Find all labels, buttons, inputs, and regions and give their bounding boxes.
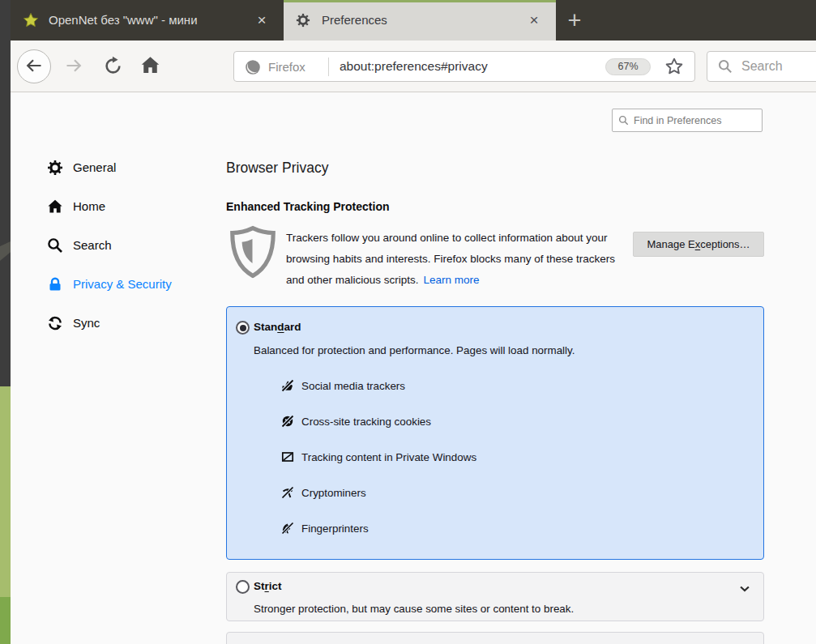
chevron-down-icon[interactable]	[740, 586, 750, 592]
blocked-item-cookies: Cross-site tracking cookies	[281, 413, 431, 429]
sync-icon	[47, 315, 63, 331]
tab-bar: OpenNet без "www" - мини × Preferences ×…	[11, 0, 816, 41]
lock-icon	[47, 276, 63, 292]
zoom-level-button[interactable]: 67%	[605, 58, 651, 75]
blocked-item-fingerprinters: Fingerprinters	[281, 520, 369, 536]
identity-label: Firefox	[268, 60, 305, 74]
strict-label: Strict	[254, 580, 282, 592]
back-arrow-icon	[23, 56, 45, 75]
sidebar-item-label: Sync	[73, 312, 100, 335]
strict-description: Stronger protection, but may cause some …	[254, 603, 574, 615]
tracking-protection-shield-icon	[226, 225, 280, 279]
search-box	[707, 51, 816, 82]
option-panel-strict[interactable]: Strict Stronger protection, but may caus…	[226, 572, 764, 621]
strict-radio-button[interactable]	[236, 580, 250, 594]
navigation-toolbar: Firefox about:preferences#privacy 67%	[11, 41, 816, 92]
cryptominer-blocked-icon	[281, 486, 294, 499]
standard-radio-button[interactable]	[236, 321, 250, 335]
blocked-item-cryptominers: Cryptominers	[281, 484, 366, 501]
sidebar-item-sync[interactable]: Sync	[41, 312, 211, 335]
tracking-content-blocked-icon	[281, 450, 294, 463]
firefox-window: OpenNet без "www" - мини × Preferences ×…	[0, 0, 816, 644]
find-in-preferences-input[interactable]	[612, 109, 763, 132]
etp-heading: Enhanced Tracking Protection	[226, 200, 390, 213]
tab-preferences[interactable]: Preferences ×	[284, 0, 556, 41]
sidebar-item-home[interactable]: Home	[41, 195, 211, 218]
page-title: Browser Privacy	[226, 160, 328, 177]
sidebar-item-label: Privacy & Security	[73, 273, 172, 296]
sidebar-item-privacy-security[interactable]: Privacy & Security	[41, 273, 211, 296]
home-icon	[47, 198, 63, 215]
bookmark-star-icon[interactable]	[665, 58, 683, 75]
blocked-item-social-media: Social media trackers	[281, 377, 405, 394]
site-identity-chip[interactable]: Firefox	[244, 58, 305, 76]
standard-label: Standard	[254, 321, 301, 333]
close-tab-icon[interactable]: ×	[253, 11, 271, 29]
sidebar-item-general[interactable]: General	[41, 156, 211, 179]
standard-description: Balanced for protection and performance.…	[254, 344, 575, 356]
tab-opennet[interactable]: OpenNet без "www" - мини ×	[11, 0, 284, 41]
gear-icon	[296, 13, 310, 28]
url-bar[interactable]: Firefox about:preferences#privacy 67%	[233, 51, 695, 82]
reload-button[interactable]	[102, 55, 124, 77]
blocked-item-tracking-content: Tracking content in Private Windows	[281, 449, 476, 465]
url-separator	[328, 58, 329, 76]
firefox-logo-icon	[244, 58, 262, 76]
search-icon	[718, 59, 733, 74]
social-media-blocked-icon	[281, 379, 294, 392]
sidebar-item-label: Search	[73, 234, 112, 257]
fingerprinter-blocked-icon	[281, 522, 294, 535]
star-favicon-icon	[23, 12, 39, 28]
gear-icon	[47, 160, 63, 176]
url-text: about:preferences#privacy	[340, 52, 488, 81]
forward-button[interactable]	[62, 56, 85, 77]
find-in-preferences-box	[612, 109, 763, 132]
tab-title: Preferences	[322, 0, 516, 41]
option-panel-custom[interactable]	[226, 632, 764, 644]
desktop-wallpaper-green-dark	[0, 597, 11, 644]
reload-icon	[102, 55, 124, 77]
close-tab-icon[interactable]: ×	[525, 11, 543, 29]
forward-arrow-icon	[62, 56, 85, 75]
option-panel-standard[interactable]: Standard Balanced for protection and per…	[226, 306, 764, 560]
new-tab-button[interactable]: +	[563, 10, 586, 32]
manage-exceptions-button[interactable]: Manage Exceptions…	[633, 232, 764, 257]
etp-description: Trackers follow you around online to col…	[286, 228, 622, 291]
sidebar-item-search[interactable]: Search	[41, 234, 211, 257]
desktop-wallpaper-green	[0, 386, 11, 597]
search-icon	[618, 115, 629, 126]
home-icon	[140, 55, 160, 75]
preferences-page: General Home Search Privacy & Security	[11, 92, 816, 644]
back-button[interactable]	[17, 49, 51, 83]
search-icon	[47, 237, 63, 254]
sidebar-item-label: Home	[73, 195, 105, 218]
cookie-blocked-icon	[281, 415, 294, 428]
learn-more-link[interactable]: Learn more	[424, 274, 480, 286]
sidebar-item-label: General	[73, 156, 116, 179]
home-button[interactable]	[139, 55, 161, 77]
tab-title-fade	[217, 5, 253, 37]
